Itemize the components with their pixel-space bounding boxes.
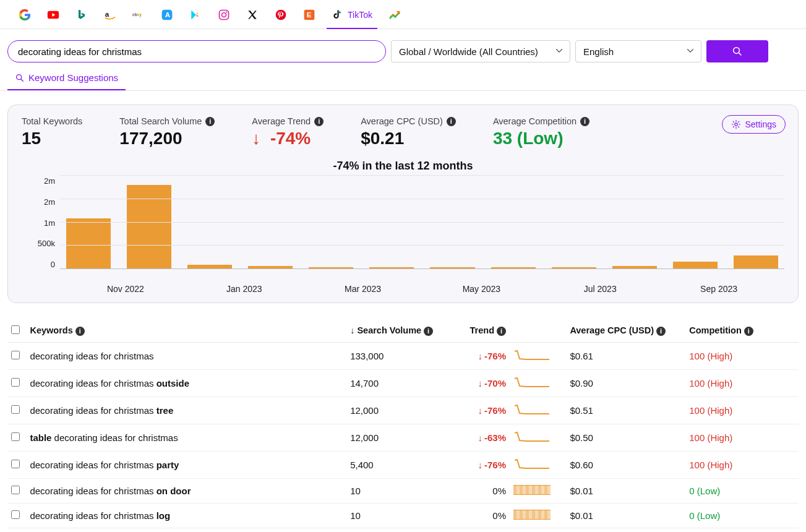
- platform-tab-tiktok[interactable]: TikTok: [332, 6, 372, 24]
- search-input[interactable]: [7, 40, 386, 62]
- chart-bar[interactable]: [552, 267, 596, 268]
- chart-bar[interactable]: [734, 255, 778, 268]
- x-tick: Jan 2023: [185, 284, 304, 294]
- x-icon: [246, 9, 259, 21]
- etsy-icon: E: [303, 9, 315, 21]
- x-tick: Mar 2023: [304, 284, 422, 294]
- platform-tab-youtube[interactable]: [47, 6, 59, 24]
- row-checkbox[interactable]: [11, 351, 20, 359]
- cell-trend: ↓-76%: [453, 452, 510, 479]
- info-icon[interactable]: i: [580, 117, 589, 126]
- arrow-down-icon: ↓: [478, 351, 483, 361]
- header-cpc[interactable]: Average CPC (USD) i: [566, 319, 685, 343]
- chart-bar[interactable]: [309, 267, 353, 268]
- cell-keyword[interactable]: decorating ideas for christmas log: [26, 504, 346, 528]
- header-trend[interactable]: Trend i: [453, 319, 510, 343]
- platform-tab-google[interactable]: [19, 6, 31, 24]
- chart-bar[interactable]: [187, 265, 232, 268]
- table-row: decorating ideas for christmas on door10…: [7, 479, 799, 504]
- metric-label: Total Search Volume i: [119, 116, 215, 126]
- row-checkbox[interactable]: [11, 378, 20, 387]
- platform-tabs: aebayAETikTok: [0, 0, 806, 29]
- info-icon[interactable]: i: [447, 117, 456, 126]
- table-row: decorating ideas for christmas party5,40…: [7, 452, 799, 479]
- platform-tab-etsy[interactable]: E: [303, 6, 315, 24]
- sparkline: [513, 510, 551, 520]
- cell-sparkline: [510, 452, 566, 479]
- region-select[interactable]: Global / Worldwide (All Countries): [391, 40, 570, 62]
- chart-bar[interactable]: [127, 185, 171, 268]
- platform-tab-trends[interactable]: [388, 6, 401, 24]
- settings-button[interactable]: Settings: [722, 115, 786, 134]
- header-competition[interactable]: Competition i: [685, 319, 799, 343]
- svg-point-6: [222, 13, 226, 17]
- header-keywords[interactable]: Keywords i: [26, 319, 346, 343]
- chart-bar[interactable]: [369, 267, 414, 268]
- info-icon[interactable]: i: [744, 327, 753, 336]
- playstore-icon: [189, 9, 202, 21]
- cell-keyword[interactable]: decorating ideas for christmas pink grey…: [26, 528, 346, 533]
- row-checkbox[interactable]: [11, 460, 20, 468]
- chart-bar[interactable]: [430, 267, 474, 268]
- platform-tab-bing[interactable]: [75, 6, 88, 24]
- row-checkbox[interactable]: [11, 405, 20, 414]
- tab-keyword-suggestions[interactable]: Keyword Suggestions: [7, 72, 126, 90]
- cell-keyword[interactable]: decorating ideas for christmas tree: [26, 397, 346, 424]
- header-volume[interactable]: ↓ Search Volume i: [346, 319, 453, 343]
- sparkline: [513, 380, 551, 390]
- x-tick: Nov 2022: [66, 284, 185, 294]
- chart-bar[interactable]: [248, 266, 293, 268]
- info-icon[interactable]: i: [314, 117, 324, 126]
- chart-bar[interactable]: [612, 266, 657, 268]
- svg-rect-5: [220, 11, 229, 20]
- info-icon[interactable]: i: [424, 327, 433, 336]
- chart-bar[interactable]: [673, 262, 718, 268]
- cell-keyword[interactable]: decorating ideas for christmas on door: [26, 479, 346, 504]
- arrow-down-icon: ↓: [478, 378, 483, 388]
- chart-bar[interactable]: [66, 218, 111, 268]
- metric-value: $0.21: [361, 129, 456, 148]
- svg-line-12: [739, 53, 741, 55]
- platform-tab-amazon[interactable]: a: [104, 6, 116, 24]
- sparkline: [513, 461, 551, 472]
- info-icon[interactable]: i: [656, 327, 666, 336]
- gear-icon: [731, 119, 741, 129]
- chart-bar[interactable]: [491, 267, 536, 268]
- cell-competition: 100 (High): [685, 370, 799, 397]
- trend-chart: -74% in the last 12 months 2m2m1m500k0 N…: [22, 160, 784, 294]
- info-icon[interactable]: i: [75, 327, 85, 336]
- cell-keyword[interactable]: decorating ideas for christmas outside: [26, 370, 346, 397]
- platform-tab-ebay[interactable]: ebay: [132, 6, 145, 24]
- cell-keyword[interactable]: table decorating ideas for christmas: [26, 424, 346, 452]
- search-row: Global / Worldwide (All Countries) Engli…: [0, 29, 806, 62]
- metric-avg-trend: Average Trend i ↓ -74%: [252, 116, 324, 148]
- row-checkbox[interactable]: [11, 486, 20, 494]
- row-checkbox[interactable]: [11, 510, 20, 519]
- metrics-card: Settings Total Keywords 15 Total Search …: [7, 105, 799, 303]
- select-all-checkbox[interactable]: [11, 325, 20, 334]
- metric-value: 15: [22, 129, 82, 148]
- cell-keyword[interactable]: decorating ideas for christmas party: [26, 452, 346, 479]
- cell-keyword[interactable]: decorating ideas for christmas: [26, 343, 346, 370]
- search-button[interactable]: [706, 40, 768, 62]
- language-select[interactable]: English: [575, 40, 701, 62]
- cell-sparkline: [510, 343, 566, 370]
- platform-tab-label: TikTok: [348, 10, 372, 20]
- platform-tab-x[interactable]: [246, 6, 259, 24]
- youtube-icon: [47, 9, 59, 21]
- row-checkbox[interactable]: [11, 432, 20, 441]
- cell-trend: ↓-63%: [453, 424, 510, 452]
- cell-cpc: $0.01: [566, 528, 685, 533]
- info-icon[interactable]: i: [205, 117, 215, 126]
- metric-label: Average Competition i: [493, 116, 589, 126]
- cell-competition: 0 (Low): [685, 528, 799, 533]
- platform-tab-playstore[interactable]: [189, 6, 202, 24]
- platform-tab-pinterest[interactable]: [275, 6, 287, 24]
- platform-tab-instagram[interactable]: [218, 6, 230, 24]
- platform-tab-appstore[interactable]: A: [161, 6, 173, 24]
- appstore-icon: A: [161, 9, 173, 21]
- chart-title: -74% in the last 12 months: [22, 160, 784, 173]
- cell-cpc: $0.50: [566, 424, 685, 452]
- info-icon[interactable]: i: [497, 327, 506, 336]
- metric-value: ↓ -74%: [252, 129, 324, 148]
